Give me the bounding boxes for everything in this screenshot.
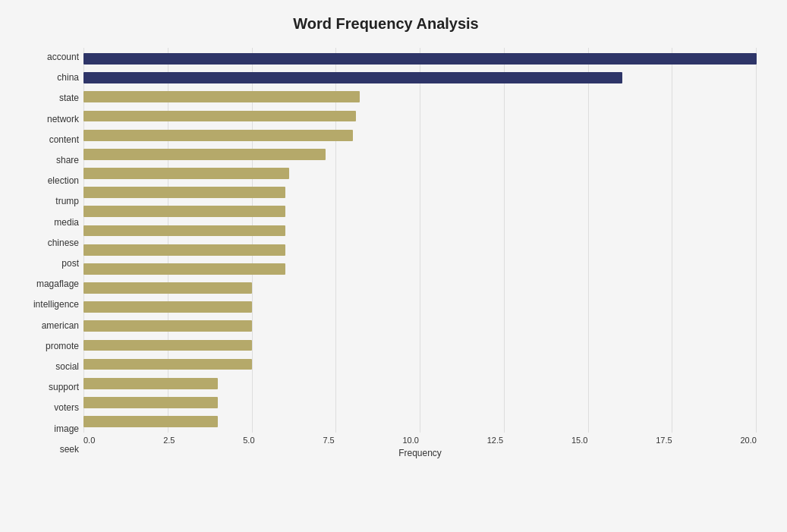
- chart-container: Word Frequency Analysis accountchinastat…: [0, 0, 787, 532]
- y-label: promote: [46, 337, 79, 355]
- x-tick-label: 17.5: [656, 436, 672, 445]
- bar-row: [83, 374, 757, 393]
- y-label: image: [54, 420, 79, 438]
- bar-row: [83, 316, 757, 335]
- bars-wrapper: [83, 48, 757, 433]
- bar: [83, 111, 356, 122]
- bar-row: [83, 355, 757, 374]
- bar-row: [83, 393, 757, 412]
- x-tick-label: 20.0: [741, 436, 757, 445]
- x-axis: 0.02.55.07.510.012.515.017.520.0: [83, 436, 757, 445]
- bar-row: [83, 221, 757, 240]
- bar: [83, 53, 757, 65]
- bars-and-grid: 0.02.55.07.510.012.515.017.520.0 Frequen…: [83, 48, 757, 458]
- bar: [83, 301, 252, 313]
- y-label: social: [55, 357, 79, 376]
- bar-row: [83, 412, 757, 431]
- y-label: content: [49, 131, 79, 149]
- bar: [83, 149, 326, 160]
- bar: [83, 91, 360, 102]
- bar: [83, 378, 218, 389]
- x-tick-label: 5.0: [243, 436, 254, 445]
- bar-row: [83, 279, 757, 297]
- bar-row: [83, 49, 757, 68]
- y-label: china: [57, 68, 79, 87]
- x-tick-label: 0.0: [83, 436, 95, 445]
- bar-row: [83, 106, 757, 125]
- y-label: intelligence: [33, 295, 79, 313]
- bar-row: [83, 164, 757, 183]
- bar: [83, 416, 218, 427]
- bar-row: [83, 335, 757, 354]
- y-label: account: [47, 48, 79, 66]
- chart-area: accountchinastatenetworkcontentshareelec…: [15, 48, 757, 458]
- bar-row: [83, 202, 757, 221]
- bar: [83, 244, 285, 256]
- x-tick-label: 2.5: [163, 436, 175, 445]
- bar-row: [83, 183, 757, 202]
- y-label: trump: [55, 192, 79, 210]
- y-axis-labels: accountchinastatenetworkcontentshareelec…: [15, 48, 83, 458]
- bar-row: [83, 241, 757, 260]
- bar: [83, 263, 285, 275]
- bar-row: [83, 68, 757, 87]
- chart-title: Word Frequency Analysis: [15, 15, 757, 33]
- grid-and-bars: [83, 48, 757, 433]
- bar: [83, 397, 218, 408]
- bar-row: [83, 260, 757, 279]
- bar: [83, 320, 252, 332]
- x-axis-title: Frequency: [83, 448, 757, 458]
- bar: [83, 340, 252, 351]
- bar-row: [83, 145, 757, 164]
- bar: [83, 168, 289, 179]
- bar: [83, 187, 285, 198]
- bar-row: [83, 297, 757, 316]
- bar: [83, 282, 252, 294]
- x-tick-label: 15.0: [571, 436, 587, 445]
- y-label: post: [61, 254, 79, 272]
- y-label: voters: [54, 398, 79, 417]
- y-label: share: [56, 151, 79, 169]
- bar: [83, 72, 622, 83]
- bar: [83, 225, 285, 237]
- y-label: chinese: [48, 234, 79, 252]
- y-label: support: [49, 378, 79, 396]
- y-label: network: [47, 110, 79, 128]
- x-tick-label: 10.0: [403, 436, 419, 445]
- bar: [83, 206, 285, 217]
- x-tick-label: 12.5: [487, 436, 503, 445]
- y-label: media: [54, 213, 79, 231]
- y-label: american: [42, 316, 79, 335]
- y-label: seek: [60, 440, 79, 458]
- y-label: magaflage: [36, 275, 79, 293]
- bar-row: [83, 126, 757, 145]
- bar: [83, 359, 252, 370]
- x-tick-label: 7.5: [323, 436, 334, 445]
- y-label: state: [59, 89, 79, 107]
- bar: [83, 130, 353, 141]
- bar-row: [83, 87, 757, 106]
- y-label: election: [48, 172, 79, 190]
